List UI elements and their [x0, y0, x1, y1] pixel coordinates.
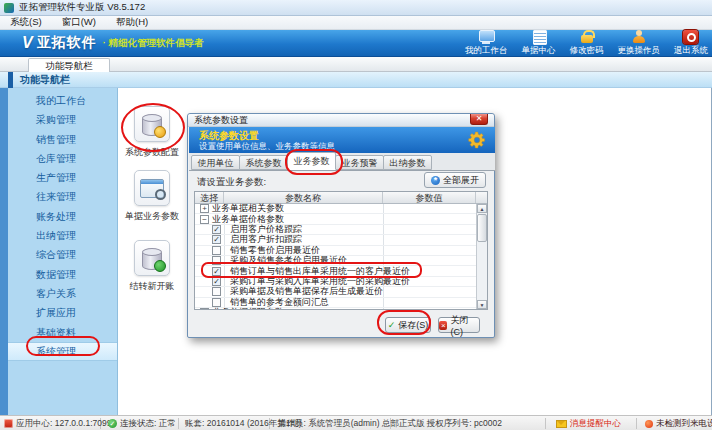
sidebar-item[interactable]: 数据管理 [8, 265, 117, 284]
dialog-tabs: 使用单位系统参数业务参数业务预警出纳参数 [189, 153, 495, 171]
status-item[interactable]: 消息提醒中心 [556, 416, 621, 430]
status-item-label: 未检测到来电设备 [656, 418, 712, 430]
dialog-titlebar[interactable]: 系统参数设置 [188, 114, 494, 127]
sidebar-item[interactable]: 系统管理 [8, 342, 117, 361]
expand-all-icon: * [431, 176, 440, 185]
save-button-label: 保存(S) [398, 319, 428, 332]
dialog-title: 系统参数设置 [194, 115, 248, 125]
collapse-icon[interactable]: − [200, 215, 209, 224]
dialog-tab[interactable]: 业务预警 [335, 155, 384, 170]
workspace-shortcut-label: 系统参数配置 [114, 146, 190, 159]
dialog-tab[interactable]: 使用单位 [191, 155, 240, 170]
nav-section-header: 功能导航栏 [0, 72, 712, 88]
sidebar-item[interactable]: 客户关系 [8, 284, 117, 303]
statusbar-separator [178, 418, 179, 429]
sidebar-item[interactable]: 基础资料 [8, 323, 117, 342]
app-center-icon [4, 419, 13, 428]
row-checkbox[interactable] [212, 256, 221, 265]
status-item: 未检测到来电设备 [645, 416, 712, 430]
form-search-icon [140, 179, 164, 198]
dialog-close-button[interactable]: ✕ [470, 114, 488, 125]
sidebar-item[interactable]: 销售管理 [8, 130, 117, 149]
title-bar: 亚拓管理软件专业版 V8.5.172 [0, 0, 712, 16]
tab-function-nav[interactable]: 功能导航栏 [28, 58, 110, 72]
sidebar-item[interactable]: 采购管理 [8, 110, 117, 129]
close-button[interactable]: × 关闭(C) [438, 317, 480, 333]
statusbar-separator [636, 418, 637, 429]
sidebar-item[interactable]: 生产管理 [8, 168, 117, 187]
toolbar-button-power[interactable]: 退出系统 [674, 30, 708, 57]
toolbar-button-user[interactable]: 更换操作员 [618, 30, 661, 57]
vertical-scrollbar[interactable]: ▲ ▼ [476, 204, 487, 309]
dialog-tab[interactable]: 系统参数 [239, 155, 288, 170]
brand-banner: V 亚拓软件 · 精细化管理软件倡导者 我的工作台单据中心修改密码更换操作员退出… [0, 30, 712, 57]
row-checkbox[interactable]: ✓ [212, 277, 221, 286]
dialog-tab[interactable]: 出纳参数 [383, 155, 432, 170]
row-checkbox[interactable]: ✓ [212, 267, 221, 276]
scroll-down-icon[interactable]: ▼ [477, 300, 487, 309]
menu-item[interactable]: 系统(S) [10, 16, 42, 29]
status-item-label: 应用中心: 127.0.0.1:7099 [16, 418, 111, 430]
nav-accent-bar [8, 72, 13, 88]
dialog-header: 系统参数设置 设置使用单位信息、业务参数等信息 [189, 127, 495, 153]
monitor-icon [478, 30, 494, 44]
connected-icon: ✓ [108, 419, 117, 428]
workspace-shortcut-label: 结转新开账 [114, 280, 190, 293]
gear-icon [467, 130, 487, 150]
main-tab-strip: 功能导航栏 [0, 57, 712, 72]
scroll-up-icon[interactable]: ▲ [477, 204, 487, 213]
status-item-label: 正式版 授权序列号: pc0002 [399, 418, 502, 430]
status-item: 应用中心: 127.0.0.1:7099 [4, 416, 111, 430]
row-checkbox[interactable]: ✓ [212, 235, 221, 244]
workspace-shortcut[interactable]: 单据业务参数 [114, 170, 190, 223]
menu-item[interactable]: 帮助(H) [116, 16, 148, 29]
workspace-icon-box [134, 240, 170, 276]
check-icon: ✓ [388, 320, 396, 330]
status-item-label: 连接状态: 正常 [120, 418, 176, 430]
table-body: +业务单据相关参数−业务单据价格参数✓启用客户价格跟踪✓启用客户折扣跟踪销售零售… [195, 204, 487, 310]
toolbar-buttons: 我的工作台单据中心修改密码更换操作员退出系统 [465, 30, 712, 57]
group-row-label: 业务单据权限参数 [212, 306, 284, 310]
workspace-shortcut[interactable]: 系统参数配置 [114, 106, 190, 159]
sidebar-item[interactable]: 仓库管理 [8, 149, 117, 168]
sidebar-item[interactable]: 我的工作台 [8, 91, 117, 110]
row-checkbox[interactable] [212, 287, 221, 296]
sidebar-item[interactable]: 账务处理 [8, 207, 117, 226]
toolbar-button-document[interactable]: 单据中心 [522, 30, 556, 57]
database-sync-icon [142, 249, 162, 270]
save-button[interactable]: ✓ 保存(S) [385, 317, 431, 333]
nav-header-title: 功能导航栏 [20, 73, 70, 87]
alert-dot-icon [645, 420, 653, 428]
status-item: ✓连接状态: 正常 [108, 416, 176, 430]
toolbar-button-monitor[interactable]: 我的工作台 [465, 30, 508, 57]
scroll-thumb[interactable] [477, 214, 487, 242]
workspace-shortcut[interactable]: 结转新开账 [114, 240, 190, 293]
workspace-icon-box [134, 170, 170, 206]
brand-slogan: · 精细化管理软件倡导者 [103, 37, 204, 50]
status-item: 正式版 授权序列号: pc0002 [399, 416, 502, 430]
expand-icon[interactable]: + [200, 204, 209, 213]
row-checkbox[interactable]: ✓ [212, 225, 221, 234]
brand-logo-icon: V [22, 34, 33, 52]
table-row[interactable]: +业务单据权限参数 [195, 308, 487, 310]
user-icon [631, 30, 647, 44]
toolbar-button-lock[interactable]: 修改密码 [570, 30, 604, 57]
sidebar-item[interactable]: 综合管理 [8, 245, 117, 264]
app-icon [4, 3, 14, 13]
database-gear-icon [142, 115, 162, 136]
status-item-label: 操作员: 系统管理员(admin) 总部 [278, 418, 399, 430]
sidebar-item[interactable]: 扩展应用 [8, 303, 117, 322]
sidebar-item[interactable]: 出纳管理 [8, 226, 117, 245]
message-icon [556, 420, 567, 428]
expand-icon[interactable]: + [200, 308, 209, 310]
workspace-icon-box [134, 106, 170, 142]
system-params-dialog: 系统参数设置 ✕ 系统参数设置 设置使用单位信息、业务参数等信息 使用单位系统参… [187, 113, 495, 338]
expand-all-button[interactable]: * 全部展开 [424, 172, 486, 188]
document-icon [531, 30, 547, 44]
menu-item[interactable]: 窗口(W) [62, 16, 96, 29]
dialog-tab[interactable]: 业务参数 [287, 152, 336, 170]
row-checkbox[interactable] [212, 246, 221, 255]
sidebar-item[interactable]: 往来管理 [8, 187, 117, 206]
brand-name: 亚拓软件 [37, 34, 97, 52]
statusbar-separator [545, 418, 546, 429]
